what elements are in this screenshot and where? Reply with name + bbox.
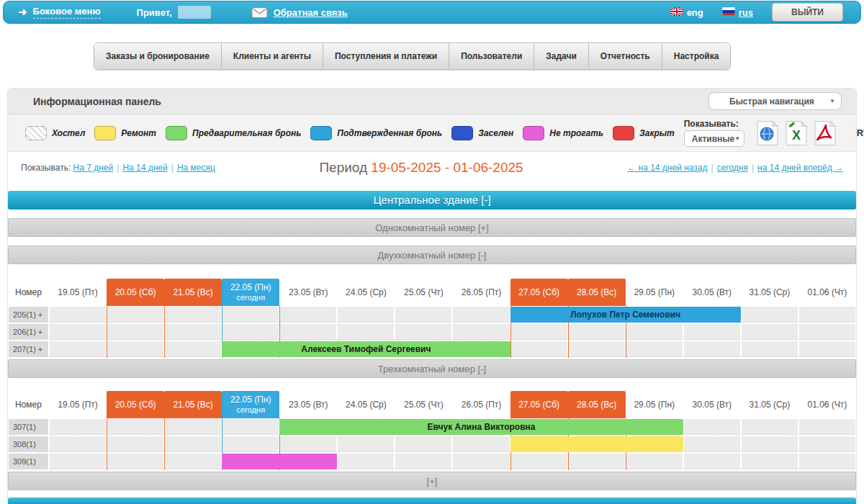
booking-bar[interactable] [222,454,337,469]
nav-tab-1[interactable]: Клиенты и агенты [222,43,323,69]
today-link[interactable]: сегодня [717,163,748,173]
day-cell[interactable] [799,341,855,357]
day-cell[interactable] [453,324,509,340]
room-label[interactable]: 207(1) + [9,341,48,357]
booking-bar[interactable] [510,436,683,452]
booking-bar[interactable]: Лопухов Петр Семенович [510,307,741,323]
day-cell[interactable] [165,324,221,340]
quick-nav-select[interactable]: Быстрая навигация ▼ [708,92,842,110]
day-cell[interactable] [107,341,163,357]
day-cell[interactable] [569,341,625,357]
day-cell[interactable] [684,454,740,469]
day-cell[interactable] [338,324,394,340]
day-cell[interactable] [799,419,855,435]
day-cell[interactable] [395,454,451,469]
day-cell[interactable] [569,454,625,469]
range-7-days-link[interactable]: На 7 дней [73,163,114,173]
day-cell[interactable] [742,324,798,340]
nav-tab-0[interactable]: Заказы и бронирование [94,43,222,69]
nav-tab-5[interactable]: Отчетность [589,43,662,69]
lang-rus-link[interactable]: rus [739,7,753,18]
side-menu-link[interactable]: Боковое меню [33,6,101,19]
day-cell[interactable] [280,307,336,323]
booking-bar[interactable]: Алексеев Тимофей Сергеевич [222,341,510,357]
day-cell[interactable] [742,341,798,357]
range-month-link[interactable]: На месяц [177,163,215,173]
day-cell[interactable] [684,324,740,340]
day-cell[interactable] [395,307,451,323]
day-cell[interactable] [50,419,106,435]
day-cell[interactable] [107,436,163,452]
day-cell[interactable] [569,324,625,340]
day-cell[interactable] [50,307,106,323]
section-expand[interactable]: [+] [8,472,856,490]
building-header[interactable]: Центральное здание [-] [8,191,856,210]
day-cell[interactable] [50,436,106,452]
day-cell[interactable] [799,454,855,469]
day-cell[interactable] [626,324,683,340]
day-cell[interactable] [684,436,740,452]
day-cell[interactable] [338,436,394,452]
nav-tab-2[interactable]: Поступления и платежи [323,43,449,69]
day-cell[interactable] [165,454,221,469]
day-cell[interactable] [742,307,798,323]
booking-bar[interactable]: Евчук Алина Викторовна [279,419,683,435]
day-cell[interactable] [338,307,394,323]
room-label[interactable]: 307(1) [9,419,48,435]
day-cell[interactable] [742,454,798,469]
pdf-export-icon[interactable] [814,120,837,146]
back-14-days-link[interactable]: ← на 14 дней назад [627,163,707,173]
day-cell[interactable] [222,307,279,323]
section-three-room[interactable]: Трехкомнатный номер [-] [8,359,856,378]
nav-tab-6[interactable]: Настройка [662,43,731,69]
feedback-link[interactable]: Обратная связь [274,7,348,18]
section-one-room[interactable]: Однокомнатный номер [+] [8,218,856,237]
day-cell[interactable] [511,454,567,469]
lang-rus[interactable]: rus [722,7,753,18]
day-cell[interactable] [338,454,394,469]
day-cell[interactable] [222,419,279,435]
room-label[interactable]: 309(1) [9,454,48,469]
room-label[interactable]: 206(1) + [9,324,48,340]
day-cell[interactable] [453,436,509,452]
day-cell[interactable] [222,324,279,340]
day-cell[interactable] [280,436,336,452]
nav-tab-3[interactable]: Пользователи [449,43,534,69]
day-cell[interactable] [50,341,106,357]
next-building-bar[interactable] [8,498,856,504]
section-two-room[interactable]: Двухкомнатный номер [-] [8,246,856,264]
room-label[interactable]: 205(1) + [9,307,48,323]
day-cell[interactable] [799,324,855,340]
day-cell[interactable] [684,341,740,357]
day-cell[interactable] [453,454,509,469]
day-cell[interactable] [165,307,221,323]
day-cell[interactable] [742,436,798,452]
day-cell[interactable] [165,436,221,452]
day-cell[interactable] [626,341,683,357]
day-cell[interactable] [799,307,855,323]
range-14-days-link[interactable]: На 14 дней [122,163,167,173]
day-cell[interactable] [280,324,336,340]
day-cell[interactable] [222,436,279,452]
day-cell[interactable] [107,454,163,469]
room-label[interactable]: 308(1) [9,436,48,452]
day-cell[interactable] [165,341,221,357]
nav-tab-4[interactable]: Задачи [534,43,589,69]
day-cell[interactable] [50,454,106,469]
day-cell[interactable] [511,341,567,357]
day-cell[interactable] [107,419,163,435]
day-cell[interactable] [684,419,740,435]
lang-eng[interactable]: eng [670,7,703,18]
day-cell[interactable] [107,324,163,340]
day-cell[interactable] [395,324,451,340]
day-cell[interactable] [165,419,221,435]
web-export-icon[interactable] [756,120,779,146]
excel-export-icon[interactable]: X [785,120,808,146]
day-cell[interactable] [50,324,106,340]
status-filter-select[interactable]: Активные ▼ [684,130,744,147]
day-cell[interactable] [511,324,567,340]
day-cell[interactable] [107,307,163,323]
day-cell[interactable] [626,454,683,469]
day-cell[interactable] [453,307,509,323]
day-cell[interactable] [799,436,855,452]
